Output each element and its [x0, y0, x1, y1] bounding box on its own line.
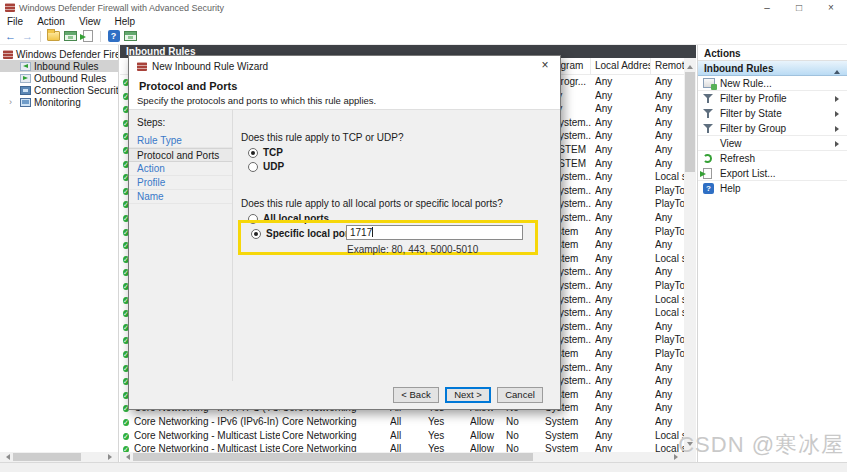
rule-action: Allow	[470, 443, 504, 452]
tree-item-monitoring[interactable]: ›Monitoring	[0, 96, 118, 108]
action-item-filter-by-profile[interactable]: Filter by Profile	[698, 91, 847, 106]
action-item-export-list[interactable]: Export List...	[698, 166, 847, 181]
menu-action[interactable]: Action	[30, 16, 72, 27]
rule-remote-address: Any	[655, 144, 684, 155]
wizard-page-title: Protocol and Ports	[139, 80, 560, 92]
rule-row[interactable]: Core Networking - IPv6 (IPv6-In)Core Net…	[120, 415, 684, 429]
text-caret	[372, 227, 373, 237]
rule-group: Core Networking	[282, 430, 388, 441]
column-header-local-address[interactable]: Local Address	[591, 58, 651, 74]
tree-item-outbound-rules[interactable]: Outbound Rules	[0, 72, 118, 84]
rule-local-address: Any	[595, 402, 651, 413]
udp-radio-label[interactable]: UDP	[263, 161, 284, 172]
rule-local-address: Any	[595, 321, 651, 332]
menu-view[interactable]: View	[72, 16, 108, 27]
action-item-label: Refresh	[720, 153, 755, 164]
scroll-right-icon[interactable]	[108, 454, 115, 460]
wizard-step-rule-type[interactable]: Rule Type	[129, 134, 232, 148]
tree-item-root[interactable]: Windows Defender Firewall with Advanced …	[0, 48, 118, 60]
wizard-title-bar[interactable]: New Inbound Rule Wizard ×	[129, 56, 560, 76]
scrollbar-thumb[interactable]	[685, 72, 695, 172]
wizard-step-action[interactable]: Action	[129, 162, 232, 176]
export-list-icon[interactable]	[80, 30, 95, 43]
tree-item-connection-security-rules-icon	[20, 86, 31, 95]
rule-remote-address: Local su	[655, 171, 684, 182]
action-item-filter-by-group[interactable]: Filter by Group	[698, 121, 847, 136]
rule-program: System	[545, 443, 591, 452]
rule-remote-address: Any	[655, 402, 684, 413]
rule-remote-address: Any	[655, 212, 684, 223]
maximize-button[interactable]: □	[783, 1, 815, 15]
rule-name: Core Networking - IPv6 (IPv6-In)	[134, 416, 280, 427]
forward-icon[interactable]	[20, 30, 35, 43]
action-item-label: New Rule...	[720, 78, 772, 89]
submenu-arrow-icon	[835, 126, 842, 132]
scroll-left-icon[interactable]	[123, 454, 130, 460]
rule-remote-address: PlayTo R	[655, 348, 684, 359]
action-item-refresh[interactable]: Refresh	[698, 151, 847, 166]
wizard-step-protocol-and-ports[interactable]: Protocol and Ports	[129, 148, 232, 162]
action-item-label: View	[720, 138, 742, 149]
close-button[interactable]: ×	[815, 1, 847, 15]
udp-radio[interactable]	[248, 162, 258, 172]
cancel-button[interactable]: Cancel	[497, 387, 543, 403]
action-item-view[interactable]: View	[698, 136, 847, 151]
expand-chevron-icon[interactable]: ›	[9, 97, 12, 107]
protocol-question: Does this rule apply to TCP or UDP?	[241, 132, 403, 143]
wizard-close-icon[interactable]: ×	[530, 56, 560, 76]
tree-item-outbound-rules-label: Outbound Rules	[34, 73, 106, 84]
menu-help[interactable]: Help	[107, 16, 142, 27]
wizard-step-profile[interactable]: Profile	[129, 176, 232, 190]
tree-horizontal-scrollbar[interactable]	[0, 452, 118, 462]
help-icon	[703, 183, 714, 194]
action-item-help[interactable]: Help	[698, 181, 847, 196]
rule-remote-address: Any	[655, 117, 684, 128]
firewall-app-icon	[137, 62, 147, 71]
action-item-new-rule[interactable]: New Rule...	[698, 76, 847, 91]
tree-item-connection-security-rules[interactable]: Connection Security Rules	[0, 84, 118, 96]
tcp-radio[interactable]	[248, 148, 258, 158]
properties-window-icon[interactable]	[123, 30, 138, 43]
column-header-remote-address[interactable]: Remote	[651, 58, 684, 74]
action-item-label: Export List...	[720, 168, 776, 179]
back-button[interactable]: < Back	[393, 387, 439, 403]
back-icon[interactable]	[3, 30, 18, 43]
show-console-tree-icon[interactable]	[46, 30, 61, 43]
rule-remote-address: Any	[655, 103, 684, 114]
rule-local-address: Any	[595, 171, 651, 182]
rule-local-address: Any	[595, 294, 651, 305]
rule-row[interactable]: Core Networking - Multicast Listener Do.…	[120, 429, 684, 443]
scroll-left-icon[interactable]	[3, 454, 10, 460]
specific-local-ports-radio[interactable]	[251, 229, 261, 239]
scrollbar-thumb[interactable]	[13, 453, 81, 461]
rule-remote-address: PlayTo R	[655, 185, 684, 196]
scrollbar-thumb[interactable]	[133, 453, 533, 461]
filter-icon	[703, 93, 713, 103]
wizard-content: Does this rule apply to TCP or UDP? TCP …	[234, 110, 560, 381]
console-window-icon[interactable]	[63, 30, 78, 43]
list-vertical-scrollbar[interactable]	[684, 58, 696, 452]
specific-ports-input[interactable]: 1717	[346, 225, 523, 240]
rule-name: Core Networking - Multicast Listener Do.…	[134, 430, 280, 441]
help-icon[interactable]	[106, 30, 121, 43]
actions-section-inbound-rules[interactable]: Inbound Rules	[698, 61, 847, 76]
action-item-filter-by-state[interactable]: Filter by State	[698, 106, 847, 121]
menu-file[interactable]: File	[0, 16, 30, 27]
rule-local-address: Any	[595, 76, 651, 87]
rule-row[interactable]: Core Networking - Multicast Listener Qu.…	[120, 442, 684, 452]
wizard-title: New Inbound Rule Wizard	[152, 61, 268, 72]
tree-item-connection-security-rules-label: Connection Security Rules	[34, 85, 118, 96]
list-horizontal-scrollbar[interactable]	[120, 452, 684, 462]
toolbar-separator	[40, 31, 41, 42]
scroll-up-icon[interactable]	[687, 62, 693, 69]
actions-pane: Actions Inbound Rules New Rule...Filter …	[697, 45, 847, 462]
minimize-button[interactable]: –	[751, 1, 783, 15]
next-button[interactable]: Next >	[445, 387, 491, 403]
rule-remote-address: Any	[655, 158, 684, 169]
rule-remote-address: PlayTo R	[655, 334, 684, 345]
collapse-icon[interactable]	[834, 67, 840, 74]
rule-remote-address: Any	[655, 389, 684, 400]
wizard-step-name[interactable]: Name	[129, 190, 232, 204]
tree-item-inbound-rules[interactable]: Inbound Rules	[0, 60, 118, 72]
tcp-radio-label[interactable]: TCP	[263, 147, 283, 158]
